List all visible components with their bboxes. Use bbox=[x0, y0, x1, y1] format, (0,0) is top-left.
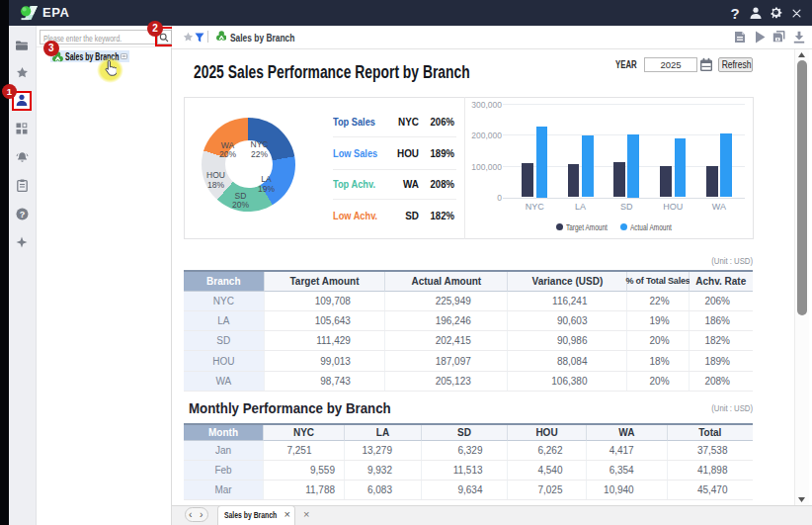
svg-text:?: ? bbox=[19, 209, 25, 219]
